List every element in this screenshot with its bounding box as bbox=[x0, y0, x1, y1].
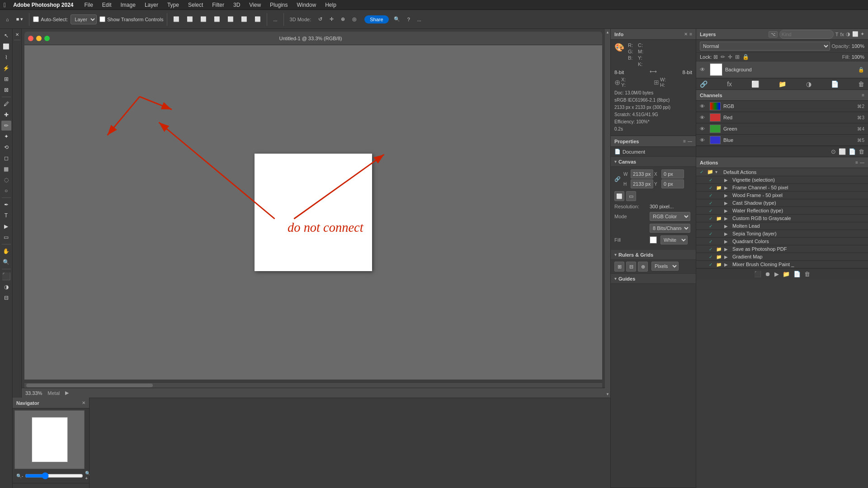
channels-new-btn[interactable]: 📄 bbox=[849, 148, 856, 155]
filter-icon[interactable]: ⌥ bbox=[769, 31, 778, 38]
move-tool[interactable]: ↖ bbox=[1, 31, 11, 41]
canvas-max-btn[interactable] bbox=[44, 36, 50, 41]
blur-tool[interactable]: ◌ bbox=[1, 175, 11, 185]
add-mask-btn[interactable]: ⬜ bbox=[751, 80, 759, 88]
menu-select[interactable]: Select bbox=[186, 2, 205, 8]
gradient-tool[interactable]: ▦ bbox=[1, 164, 11, 174]
canvas-x-input[interactable] bbox=[661, 169, 684, 178]
path-selection-tool[interactable]: ▶ bbox=[1, 221, 11, 231]
lock-artboard-icon[interactable]: ⊞ bbox=[735, 54, 740, 60]
auto-select-dropdown[interactable]: Layer bbox=[71, 14, 97, 24]
menu-plugins[interactable]: Plugins bbox=[268, 2, 289, 8]
channel-green-eye[interactable]: 👁 bbox=[700, 126, 707, 131]
guides-section-header[interactable]: ▾ Guides bbox=[611, 274, 696, 284]
canvas-y-input[interactable] bbox=[661, 179, 684, 188]
channel-rgb-eye[interactable]: 👁 bbox=[700, 103, 707, 109]
action-cast-shadow[interactable]: ✓ ▶ Cast Shadow (type) bbox=[696, 199, 868, 207]
scroll-down-btn[interactable]: ▼ bbox=[605, 392, 610, 397]
action-gradient-map[interactable]: ✓ 📁 ▶ Gradient Map bbox=[696, 253, 868, 261]
new-adj-layer-btn[interactable]: ◑ bbox=[806, 80, 811, 88]
zoom-tool[interactable]: 🔍 bbox=[1, 257, 11, 267]
scroll-up-btn[interactable]: ▲ bbox=[605, 30, 610, 35]
menu-layer[interactable]: Layer bbox=[143, 2, 160, 8]
menu-image[interactable]: Image bbox=[119, 2, 137, 8]
layers-fx-btn[interactable]: fx bbox=[840, 32, 844, 37]
action-sepia-toning[interactable]: ✓ ▶ Sepia Toning (layer) bbox=[696, 230, 868, 238]
align-center-button[interactable]: ⬜ bbox=[184, 15, 195, 23]
ruler-icon-2[interactable]: ⊟ bbox=[626, 262, 636, 272]
ruler-icon-3[interactable]: ⊕ bbox=[638, 262, 648, 272]
channel-blue[interactable]: 👁 Blue ⌘5 bbox=[696, 135, 868, 146]
actions-record-btn[interactable]: ⏺ bbox=[765, 271, 771, 277]
canvas-w-input[interactable] bbox=[631, 169, 653, 178]
ruler-units-select[interactable]: Pixels bbox=[651, 262, 679, 271]
extra-close[interactable]: ✕ bbox=[14, 31, 21, 38]
delete-layer-btn[interactable]: 🗑 bbox=[858, 80, 864, 88]
history-brush-tool[interactable]: ⟲ bbox=[1, 142, 11, 152]
bit-depth-select[interactable]: 8 Bits/Channel bbox=[650, 224, 690, 233]
channel-rgb[interactable]: 👁 RGB ⌘2 bbox=[696, 101, 868, 112]
foreground-color[interactable]: ⬛ bbox=[1, 271, 11, 281]
more-options-button[interactable]: ... bbox=[271, 15, 279, 23]
canvas-wrapper[interactable]: do not connect bbox=[24, 45, 602, 380]
canvas-close-btn[interactable] bbox=[28, 36, 33, 41]
new-group-btn[interactable]: 📁 bbox=[778, 80, 786, 88]
fill-color-swatch[interactable] bbox=[650, 236, 657, 244]
marquee-tool[interactable]: ⬜ bbox=[1, 42, 11, 52]
lock-all-icon[interactable]: 🔒 bbox=[742, 54, 749, 60]
menu-view[interactable]: View bbox=[247, 2, 263, 8]
workspace-settings-button[interactable]: ... bbox=[415, 15, 424, 23]
properties-menu-btn[interactable]: ≡ bbox=[683, 139, 686, 144]
frame-tool[interactable]: ⊠ bbox=[1, 85, 11, 95]
info-collapse-btn[interactable]: ≡ bbox=[689, 32, 692, 37]
auto-select-checkbox[interactable] bbox=[33, 16, 39, 22]
menu-type[interactable]: Type bbox=[165, 2, 181, 8]
screen-mode-button[interactable]: ⊟ bbox=[1, 293, 11, 303]
eyedropper-tool[interactable]: 🖉 bbox=[1, 99, 11, 109]
action-molten-lead[interactable]: ✓ ▶ Molten Lead bbox=[696, 222, 868, 230]
actions-menu-btn[interactable]: ≡ bbox=[855, 160, 858, 165]
properties-collapse-btn[interactable]: — bbox=[688, 139, 692, 144]
layers-kind-search[interactable] bbox=[779, 30, 834, 39]
mode-select[interactable]: RGB Color bbox=[650, 212, 690, 221]
align-right-button[interactable]: ⬜ bbox=[198, 15, 209, 23]
3d-zoom-button[interactable]: ⊕ bbox=[339, 15, 347, 23]
lock-position-icon[interactable]: ✛ bbox=[728, 54, 732, 60]
link-layers-btn[interactable]: 🔗 bbox=[700, 80, 708, 88]
layer-styles-btn[interactable]: fx bbox=[727, 80, 732, 88]
align-middle-button[interactable]: ⬜ bbox=[225, 15, 236, 23]
channel-green[interactable]: 👁 Green ⌘4 bbox=[696, 123, 868, 135]
action-vignette[interactable]: ✓ ▶ Vignette (selection) bbox=[696, 176, 868, 184]
info-close-btn[interactable]: ✕ bbox=[684, 32, 688, 37]
new-layer-btn[interactable]: 📄 bbox=[831, 80, 839, 88]
action-group-default[interactable]: ✓ 📁 ▾ Default Actions bbox=[696, 168, 868, 176]
menu-help[interactable]: Help bbox=[323, 2, 338, 8]
channels-menu-btn[interactable]: ≡ bbox=[862, 93, 864, 98]
quick-mask-button[interactable]: ◑ bbox=[1, 282, 11, 292]
action-wood-frame[interactable]: ✓ ▶ Wood Frame - 50 pixel bbox=[696, 192, 868, 199]
action-mixer-brush[interactable]: ✓ 📁 ▶ Mixer Brush Cloning Paint _ bbox=[696, 261, 868, 268]
layers-adj-btn[interactable]: ◑ bbox=[846, 31, 850, 37]
distribute-button[interactable]: ⬜ bbox=[252, 15, 263, 23]
share-button[interactable]: Share bbox=[364, 15, 388, 23]
navigator-zoom-slider[interactable] bbox=[25, 472, 83, 479]
crop-tool[interactable]: ⊞ bbox=[1, 74, 11, 84]
actions-collapse-btn[interactable]: — bbox=[860, 160, 864, 165]
align-top-button[interactable]: ⬜ bbox=[212, 15, 222, 23]
3d-camera-button[interactable]: ◎ bbox=[350, 15, 359, 23]
menu-3d[interactable]: 3D bbox=[231, 2, 242, 8]
ruler-icon-1[interactable]: ⊞ bbox=[614, 262, 624, 272]
workspace-button[interactable]: ■ ▾ bbox=[14, 15, 26, 23]
actions-play-btn[interactable]: ▶ bbox=[774, 271, 779, 277]
3d-rotate-button[interactable]: ↺ bbox=[316, 15, 325, 23]
action-save-pdf[interactable]: ✓ 📁 ▶ Save as Photoshop PDF bbox=[696, 245, 868, 253]
eraser-tool[interactable]: ◻ bbox=[1, 153, 11, 163]
channel-red[interactable]: 👁 Red ⌘3 bbox=[696, 112, 868, 123]
actions-new-set-btn[interactable]: 📁 bbox=[783, 271, 790, 277]
blend-mode-select[interactable]: Normal bbox=[700, 42, 830, 51]
action-quadrant-colors[interactable]: ✓ ▶ Quadrant Colors bbox=[696, 238, 868, 245]
layers-mask-btn[interactable]: ⬜ bbox=[852, 31, 859, 37]
menu-file[interactable]: File bbox=[82, 2, 94, 8]
lasso-tool[interactable]: ⌇ bbox=[1, 52, 11, 62]
channels-save-btn[interactable]: ⬜ bbox=[839, 148, 846, 155]
